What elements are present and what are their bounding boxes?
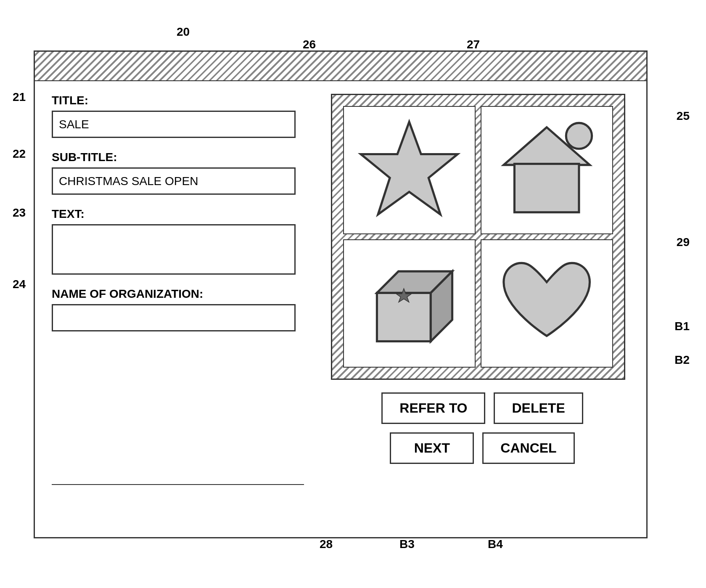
title-label: TITLE: — [52, 94, 304, 107]
ref-22: 22 — [13, 147, 26, 161]
text-input[interactable] — [52, 224, 296, 275]
ref-B2: B2 — [674, 353, 690, 367]
svg-rect-2 — [515, 164, 579, 212]
button-row-2: NEXT CANCEL — [331, 432, 634, 464]
ref-25: 25 — [677, 109, 690, 123]
image-cell-heart[interactable] — [481, 239, 613, 368]
image-cell-box[interactable] — [343, 239, 476, 368]
left-panel: TITLE: SALE SUB-TITLE: CHRISTMAS SALE OP… — [35, 81, 321, 540]
svg-marker-0 — [361, 122, 457, 214]
org-group: NAME OF ORGANIZATION: — [52, 287, 304, 331]
ref-B1: B1 — [674, 320, 690, 333]
ref-B3: B3 — [399, 538, 415, 551]
ref-23: 23 — [13, 206, 26, 220]
box-icon — [354, 250, 465, 358]
refer-to-button[interactable]: REFER TO — [381, 392, 485, 424]
title-input[interactable]: SALE — [52, 111, 296, 138]
org-input[interactable] — [52, 304, 296, 331]
text-group: TEXT: — [52, 207, 304, 275]
right-panel: REFER TO DELETE NEXT CANCEL — [331, 94, 634, 464]
diagram-container: 20 TITLE: SALE SUB-TITLE: CHRISTMAS SALE… — [34, 25, 664, 564]
image-grid-inner — [341, 103, 616, 370]
heart-icon — [491, 250, 602, 358]
subtitle-input[interactable]: CHRISTMAS SALE OPEN — [52, 167, 296, 195]
ref-26: 26 — [303, 38, 316, 51]
ref-21: 21 — [13, 90, 26, 104]
ref-29: 29 — [677, 236, 690, 249]
subtitle-label: SUB-TITLE: — [52, 151, 304, 164]
next-button[interactable]: NEXT — [390, 432, 474, 464]
label-20: 20 — [177, 25, 190, 39]
ref-B4: B4 — [488, 538, 503, 551]
text-label: TEXT: — [52, 207, 304, 221]
image-grid-outer — [331, 94, 625, 380]
svg-rect-4 — [377, 293, 431, 341]
svg-point-3 — [566, 123, 592, 148]
star-icon — [354, 117, 465, 224]
ref-24: 24 — [13, 278, 26, 291]
ref-28: 28 — [320, 538, 333, 551]
subtitle-group: SUB-TITLE: CHRISTMAS SALE OPEN — [52, 151, 304, 195]
delete-button[interactable]: DELETE — [494, 392, 583, 424]
button-row-1: REFER TO DELETE — [331, 392, 634, 424]
top-bar — [35, 52, 646, 81]
divider-line — [52, 484, 304, 485]
title-group: TITLE: SALE — [52, 94, 304, 138]
image-cell-star[interactable] — [343, 106, 476, 234]
org-label: NAME OF ORGANIZATION: — [52, 287, 304, 301]
image-cell-house[interactable] — [481, 106, 613, 234]
ref-27: 27 — [467, 38, 480, 51]
cancel-button[interactable]: CANCEL — [482, 432, 574, 464]
house-icon — [491, 117, 602, 224]
main-frame: TITLE: SALE SUB-TITLE: CHRISTMAS SALE OP… — [34, 50, 648, 538]
